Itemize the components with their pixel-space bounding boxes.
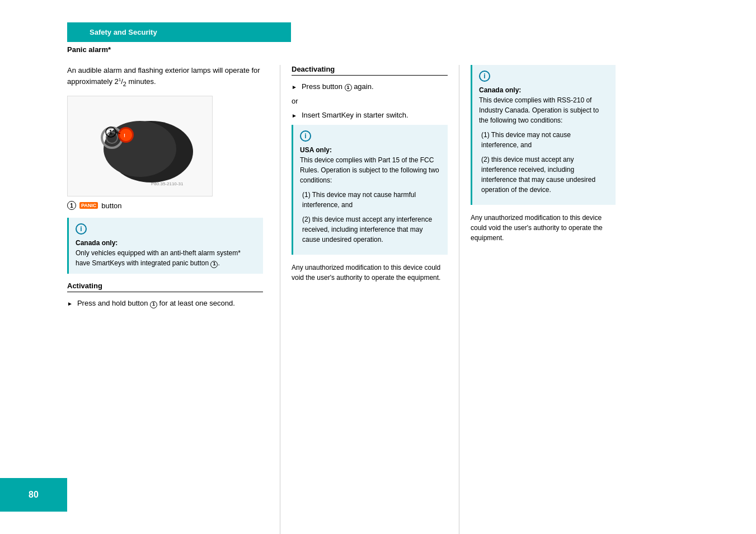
canada-right-item2: (2) this device must accept any interfer… <box>479 154 609 195</box>
subsection-title: Panic alarm* <box>67 45 111 54</box>
mid-para2: Any unauthorized modification to this de… <box>292 263 448 283</box>
svg-point-5 <box>120 129 132 141</box>
info-box-canada-text: Only vehicles equipped with an anti-thef… <box>76 248 256 268</box>
circle-number-1: 1 <box>67 201 76 210</box>
activating-section-title: Activating <box>67 282 263 292</box>
activating-text: Press and hold button 1 for at least one… <box>77 298 235 309</box>
button-label: 1 PANIC button <box>67 201 263 210</box>
deactivating-bullet-2: ► Insert SmartKey in starter switch. <box>292 110 448 121</box>
left-column: An audible alarm and flashing exterior l… <box>67 65 280 534</box>
bullet-arrow-1: ► <box>67 299 73 308</box>
middle-column: Deactivating ► Press button 1 again. or … <box>280 65 459 534</box>
panic-badge: PANIC <box>79 202 98 209</box>
key-fob-svg: ! 1 P80.35-2110-31 <box>78 101 201 191</box>
activating-bullet: ► Press and hold button 1 for at least o… <box>67 298 263 309</box>
page-number: 80 <box>29 490 39 500</box>
subsection-header: Panic alarm* <box>67 45 291 54</box>
key-fob-image: ! 1 P80.35-2110-31 <box>67 96 213 196</box>
bullet-arrow-2: ► <box>292 83 297 91</box>
deactivating-text-2: Insert SmartKey in starter switch. <box>302 110 408 121</box>
section-title: Safety and Security <box>90 28 157 36</box>
canada-right-para2: Any unauthorized modification to this de… <box>471 213 616 243</box>
usa-para1: This device complies with Part 15 of the… <box>300 155 441 185</box>
canada-right-para1: This device complies with RSS-210 of Ind… <box>479 95 609 125</box>
svg-point-1 <box>104 121 176 177</box>
usa-item1: (1) This device may not cause harmful in… <box>300 190 441 210</box>
svg-text:!: ! <box>124 133 125 138</box>
button-text: button <box>101 202 121 210</box>
deactivating-section-title: Deactivating <box>292 65 448 76</box>
right-column: i Canada only: This device complies with… <box>459 65 627 534</box>
page-footer: 80 <box>0 478 67 512</box>
main-content: An audible alarm and flashing exterior l… <box>67 65 734 534</box>
info-icon-right: i <box>479 71 490 82</box>
deactivating-bullet-1: ► Press button 1 again. <box>292 81 448 92</box>
intro-paragraph: An audible alarm and flashing exterior l… <box>67 65 263 88</box>
canada-right-heading: Canada only: <box>479 85 609 95</box>
svg-text:P80.35-2110-31: P80.35-2110-31 <box>151 181 184 186</box>
info-box-canada-heading: Canada only: <box>76 238 256 248</box>
info-box-usa: i USA only: This device complies with Pa… <box>292 125 448 255</box>
usa-item2: (2) this device must accept any interfer… <box>300 214 441 245</box>
bullet-arrow-3: ► <box>292 111 297 120</box>
info-icon-left: i <box>76 223 87 235</box>
deactivating-text-1: Press button 1 again. <box>302 81 374 92</box>
svg-text:1: 1 <box>109 129 112 135</box>
section-header: Safety and Security <box>67 22 291 42</box>
info-box-canada-left: i Canada only: Only vehicles equipped wi… <box>67 218 263 274</box>
canada-right-item1: (1) This device may not cause interferen… <box>479 130 609 150</box>
info-box-canada-right: i Canada only: This device complies with… <box>471 65 616 205</box>
info-icon-usa: i <box>300 130 311 142</box>
or-separator: or <box>292 97 448 105</box>
usa-heading: USA only: <box>300 145 441 155</box>
